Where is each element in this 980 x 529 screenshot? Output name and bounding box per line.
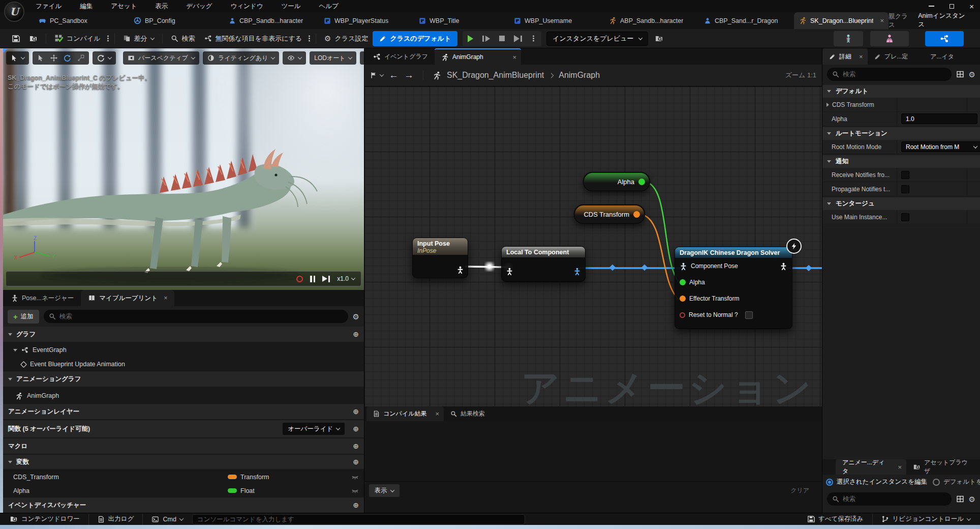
- tab-asset-details[interactable]: ア...イタ: [924, 48, 961, 65]
- find-in-blueprint-button[interactable]: [24, 31, 42, 46]
- select-tool-icon[interactable]: [37, 54, 44, 62]
- override-dropdown[interactable]: オーバーライド: [283, 423, 345, 435]
- property-row-root-motion-mode[interactable]: Root Motion Mode Root Motion from M: [822, 140, 980, 154]
- menu-edit[interactable]: 編集: [80, 2, 93, 11]
- breadcrumb-current[interactable]: AnimGraph: [559, 71, 600, 80]
- node-local-to-component[interactable]: Local To Component: [501, 246, 586, 282]
- gear-icon[interactable]: ⚙: [969, 71, 975, 78]
- search-input[interactable]: [843, 71, 946, 78]
- menu-help[interactable]: ヘルプ: [319, 2, 339, 11]
- tab-compile-results[interactable]: コンパイル結果×: [366, 406, 444, 421]
- section-graphs[interactable]: グラフ⊕: [3, 327, 364, 342]
- tab-cbp-sandbox-character[interactable]: CBP_Sandb...haracter: [224, 12, 319, 29]
- tab-abp-sandbox-character[interactable]: ABP_Sandb...haracter: [604, 12, 699, 29]
- blueprint-mode-button[interactable]: [925, 31, 964, 46]
- hide-unrelated-button[interactable]: 無関係な項目を非表示にする: [200, 31, 307, 46]
- transform-output-pin[interactable]: [633, 211, 640, 218]
- close-icon[interactable]: ×: [969, 2, 974, 11]
- propagate-notifies-checkbox[interactable]: [901, 185, 909, 193]
- add-dispatcher-icon[interactable]: ⊕: [353, 502, 359, 509]
- section-variables[interactable]: 変数⊕: [3, 455, 364, 469]
- collapse-arrow-icon[interactable]: [8, 378, 12, 380]
- hide-unrelated-kebab-icon[interactable]: [309, 38, 310, 39]
- tab-wbp-title[interactable]: WBP_Title: [414, 12, 509, 29]
- section-event-dispatchers[interactable]: イベントディスパッチャー⊕: [3, 497, 364, 513]
- tab-wbp-playerstatus[interactable]: WBP_PlayerStatus: [319, 12, 414, 29]
- expand-arrow-icon[interactable]: [826, 103, 829, 107]
- show-filter-dropdown[interactable]: 表示: [369, 484, 400, 497]
- compile-options-kebab-icon[interactable]: [107, 38, 109, 39]
- tab-wbp-username[interactable]: WBP_Username: [509, 12, 604, 29]
- tab-sk-dragon-animblueprint[interactable]: SK_Dragon...Blueprint×: [794, 12, 889, 29]
- scale-tool-icon[interactable]: [77, 54, 84, 62]
- section-montage[interactable]: モンタージュ: [822, 197, 980, 210]
- camera-dropdown[interactable]: [360, 51, 364, 65]
- clear-button[interactable]: クリア: [782, 484, 817, 497]
- tab-eventgraph[interactable]: イベントグラフ: [366, 48, 435, 65]
- property-row-cds-transform[interactable]: CDS Transform: [822, 98, 980, 112]
- menu-window[interactable]: ウィンドウ: [231, 2, 263, 11]
- tab-pose-watch-manager[interactable]: Pose...ネージャー: [4, 290, 81, 306]
- preview-viewport[interactable]: パースペクティブ ライティングあり LODオート SK_Dragon_AnimB…: [3, 48, 364, 290]
- parent-class-link[interactable]: Animインスタンス: [918, 12, 971, 30]
- add-macro-icon[interactable]: ⊕: [353, 443, 359, 450]
- step-forward-icon[interactable]: [322, 276, 330, 282]
- list-item-eventgraph[interactable]: EventGraph: [3, 343, 364, 357]
- section-functions[interactable]: 関数 (5 オーバーライド可能)オーバーライド⊕: [3, 420, 364, 437]
- add-variable-icon[interactable]: ⊕: [353, 458, 359, 465]
- skeleton-mode-button[interactable]: [834, 31, 863, 46]
- output-log-button[interactable]: 出力ログ: [93, 513, 139, 525]
- pose-input-pin[interactable]: [680, 262, 687, 270]
- float-output-pin[interactable]: [638, 179, 645, 185]
- float-input-pin[interactable]: [680, 279, 686, 285]
- details-search[interactable]: [827, 68, 952, 81]
- rotate-tool-icon[interactable]: [64, 54, 71, 62]
- viewport-cursor-dropdown[interactable]: [6, 51, 29, 65]
- menu-view[interactable]: 表示: [155, 2, 168, 11]
- pose-output-pin[interactable]: [456, 266, 464, 274]
- add-graph-icon[interactable]: ⊕: [353, 331, 359, 338]
- reset-checkbox[interactable]: [745, 311, 753, 319]
- section-notifies[interactable]: 通知: [822, 155, 980, 168]
- tab-animgraph[interactable]: AnimGraph×: [435, 48, 521, 65]
- record-icon[interactable]: [296, 276, 303, 282]
- transform-input-pin[interactable]: [680, 296, 686, 302]
- variable-row-alpha[interactable]: Alpha Float: [3, 484, 364, 497]
- property-row-propagate-notifies[interactable]: Propagate Notifies t...: [822, 182, 980, 196]
- close-icon[interactable]: ×: [512, 53, 516, 61]
- tab-preview-settings[interactable]: プレ...定: [868, 48, 915, 65]
- eye-closed-icon[interactable]: [351, 474, 359, 481]
- node-cds-transform-getter[interactable]: CDS Transform: [574, 204, 645, 224]
- close-icon[interactable]: ×: [859, 53, 863, 61]
- pose-input-pin[interactable]: [506, 268, 513, 275]
- add-button[interactable]: +追加: [8, 310, 39, 324]
- grid-view-icon[interactable]: [956, 70, 964, 78]
- tab-bp-config[interactable]: BP_Config: [129, 12, 224, 29]
- close-icon[interactable]: ×: [435, 410, 439, 418]
- playback-kebab-icon[interactable]: [526, 31, 541, 46]
- receive-notifies-checkbox[interactable]: [901, 171, 909, 179]
- cmd-dropdown[interactable]: Cmd: [146, 513, 188, 525]
- add-layer-icon[interactable]: ⊕: [353, 408, 359, 415]
- playback-scrub-bar[interactable]: x1.0: [6, 271, 361, 286]
- gear-icon[interactable]: ⚙: [353, 313, 359, 320]
- console-command-field[interactable]: [192, 514, 525, 524]
- menu-tools[interactable]: ツール: [281, 2, 300, 11]
- property-row-alpha[interactable]: Alpha 1.0: [822, 112, 980, 126]
- eye-closed-icon[interactable]: [351, 487, 359, 494]
- menu-asset[interactable]: アセット: [111, 2, 137, 11]
- section-root-motion[interactable]: ルートモーション: [822, 127, 980, 140]
- show-flags-dropdown[interactable]: [283, 51, 306, 65]
- browse-to-asset-button[interactable]: [650, 31, 668, 46]
- menu-file[interactable]: ファイル: [36, 2, 62, 11]
- pin-row-reset-to-normal[interactable]: Reset to Normal ?: [675, 307, 792, 323]
- variable-row-cds-transform[interactable]: CDS_Transform Transform: [3, 470, 364, 484]
- collapse-arrow-icon[interactable]: [8, 333, 12, 336]
- perspective-dropdown[interactable]: パースペクティブ: [123, 51, 199, 65]
- class-settings-button[interactable]: ⚙クラス設定: [320, 31, 373, 46]
- step-button[interactable]: [478, 31, 494, 46]
- maximize-icon[interactable]: [950, 4, 954, 9]
- collapse-arrow-icon[interactable]: [8, 461, 12, 463]
- close-icon[interactable]: ×: [880, 17, 884, 24]
- pin-row-effector-transform[interactable]: Effector Transform: [675, 290, 792, 307]
